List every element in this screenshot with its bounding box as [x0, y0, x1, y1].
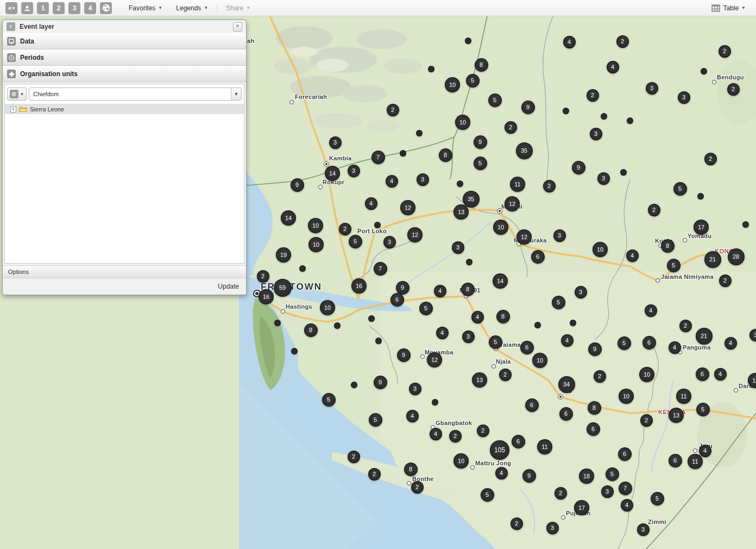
event-cluster[interactable]: 2: [339, 223, 351, 235]
event-cluster[interactable]: 3: [678, 91, 690, 104]
event-cluster[interactable]: 2: [704, 153, 717, 165]
event-cluster[interactable]: 5: [651, 492, 664, 506]
event-cluster[interactable]: 4: [434, 285, 446, 297]
event-cluster[interactable]: 8: [661, 239, 675, 253]
event-cluster[interactable]: 5: [349, 235, 362, 248]
event-cluster[interactable]: 4: [607, 61, 619, 73]
event-cluster[interactable]: 6: [587, 422, 600, 436]
event-cluster[interactable]: 5: [419, 302, 433, 315]
section-data[interactable]: Data: [3, 33, 246, 49]
section-periods[interactable]: Periods: [3, 49, 246, 66]
event-cluster[interactable]: 3: [590, 128, 602, 140]
event-cluster[interactable]: 5: [667, 259, 681, 272]
event-cluster[interactable]: 3: [452, 241, 464, 254]
event-cluster[interactable]: 7: [371, 151, 385, 164]
event-cluster[interactable]: 10: [532, 353, 547, 368]
event-cluster[interactable]: 4: [669, 341, 681, 354]
event-cluster[interactable]: 21: [696, 328, 713, 345]
event-cluster[interactable]: 4: [626, 249, 639, 262]
event-cluster[interactable]: 5: [322, 393, 336, 407]
event-cluster[interactable]: 4: [645, 304, 657, 317]
event-cluster[interactable]: 4: [714, 368, 727, 380]
event-cluster[interactable]: 2: [477, 425, 489, 437]
event-cluster[interactable]: 5: [618, 336, 631, 350]
event-cluster[interactable]: 12: [400, 200, 415, 215]
event-cluster[interactable]: 4: [430, 428, 442, 440]
event-cluster[interactable]: 11: [676, 389, 691, 404]
event-dot[interactable]: [601, 113, 607, 120]
globe-icon[interactable]: [100, 2, 112, 14]
event-dot[interactable]: [534, 322, 541, 328]
event-cluster[interactable]: 5: [696, 403, 710, 416]
event-cluster[interactable]: 9: [397, 348, 411, 362]
event-cluster[interactable]: 5: [481, 488, 494, 502]
event-cluster[interactable]: 3: [597, 172, 610, 185]
event-cluster[interactable]: 34: [558, 376, 575, 393]
event-cluster[interactable]: 6: [559, 407, 573, 421]
event-cluster[interactable]: 3: [462, 330, 475, 343]
event-cluster[interactable]: 2: [368, 468, 381, 481]
event-dot[interactable]: [570, 320, 576, 326]
event-dot[interactable]: [465, 38, 471, 44]
event-dot[interactable]: [368, 315, 375, 322]
view-2-button[interactable]: 2: [53, 2, 65, 14]
event-cluster[interactable]: 3: [546, 522, 559, 534]
event-cluster[interactable]: 4: [386, 175, 398, 188]
event-dot[interactable]: [701, 68, 707, 74]
event-cluster[interactable]: 17: [574, 500, 589, 515]
event-cluster[interactable]: 4: [495, 467, 508, 479]
event-cluster[interactable]: 7: [374, 262, 387, 276]
event-dot[interactable]: [274, 320, 281, 326]
event-cluster[interactable]: 105: [490, 440, 509, 460]
event-dot[interactable]: [351, 382, 357, 388]
event-cluster[interactable]: 3: [646, 82, 658, 95]
event-cluster[interactable]: 8: [496, 310, 510, 323]
event-cluster[interactable]: 2: [719, 274, 732, 287]
event-cluster[interactable]: 10: [320, 300, 335, 315]
event-dot[interactable]: [466, 259, 472, 265]
event-cluster[interactable]: 14: [493, 273, 508, 289]
event-cluster[interactable]: 9: [396, 281, 410, 295]
orgunit-level-select[interactable]: Chiefdom ▼: [29, 88, 242, 101]
event-cluster[interactable]: 9: [474, 135, 487, 149]
event-cluster[interactable]: 13: [472, 372, 487, 388]
event-cluster[interactable]: 5: [369, 413, 382, 427]
event-cluster[interactable]: 3: [601, 485, 614, 498]
event-cluster[interactable]: 3: [329, 136, 342, 149]
tree-node-sierra-leone[interactable]: + Sierra Leone: [5, 104, 244, 114]
event-cluster[interactable]: 6: [512, 435, 525, 448]
event-cluster[interactable]: 7: [619, 482, 632, 495]
event-cluster[interactable]: 2: [679, 320, 692, 332]
event-cluster[interactable]: 2: [511, 517, 523, 530]
event-cluster[interactable]: 16: [351, 278, 367, 294]
event-cluster[interactable]: 28: [728, 248, 745, 265]
section-orgunits[interactable]: Organisation units: [3, 66, 246, 82]
event-cluster[interactable]: 12: [427, 352, 442, 367]
event-dot[interactable]: [375, 338, 382, 344]
event-cluster[interactable]: 2: [543, 180, 556, 192]
event-dot[interactable]: [627, 117, 633, 124]
event-dot[interactable]: [299, 265, 306, 272]
event-dot[interactable]: [416, 130, 423, 136]
tree-expand-icon[interactable]: +: [10, 107, 16, 113]
event-cluster[interactable]: 10: [445, 77, 460, 92]
event-dot[interactable]: [400, 150, 406, 157]
event-cluster[interactable]: 35: [463, 191, 480, 208]
event-cluster[interactable]: 2: [449, 430, 462, 442]
section-options[interactable]: Options: [3, 265, 246, 278]
user-icon[interactable]: [21, 2, 33, 14]
event-dot[interactable]: [291, 348, 298, 354]
event-cluster[interactable]: 10: [493, 220, 508, 235]
event-cluster[interactable]: 14: [325, 166, 340, 181]
event-cluster[interactable]: 3: [417, 173, 429, 186]
event-cluster[interactable]: 9: [291, 178, 304, 192]
event-cluster[interactable]: 11: [688, 454, 703, 469]
event-cluster[interactable]: 3: [637, 523, 650, 536]
event-dot[interactable]: [697, 193, 704, 199]
close-icon[interactable]: ✕: [233, 22, 242, 32]
event-cluster[interactable]: 5: [606, 467, 619, 481]
event-cluster[interactable]: 6: [525, 398, 539, 412]
event-cluster[interactable]: 2: [616, 35, 629, 48]
event-cluster[interactable]: 10: [593, 242, 608, 257]
table-menu[interactable]: Table ▼: [707, 0, 751, 16]
